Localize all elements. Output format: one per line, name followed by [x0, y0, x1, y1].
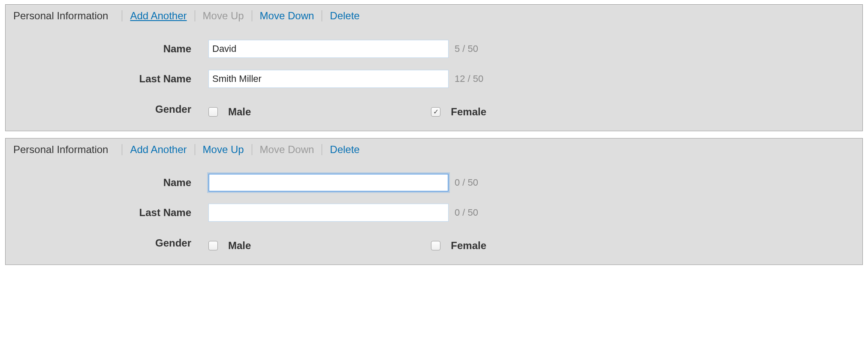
add-another-link[interactable]: Add Another [130, 10, 187, 22]
name-input[interactable] [208, 174, 449, 192]
panel-title: Personal Information [13, 144, 108, 156]
separator [322, 10, 322, 21]
panel-header: Personal Information Add Another Move Up… [13, 143, 855, 162]
personal-info-panel: Personal Information Add Another Move Up… [5, 138, 863, 265]
personal-info-panel: Personal Information Add Another Move Up… [5, 4, 863, 131]
female-label: Female [451, 106, 486, 118]
male-option: ✓ Male [208, 240, 251, 252]
name-label: Name [13, 43, 208, 55]
gender-options: ✓ Male ✓ Female [208, 106, 486, 118]
panel-title: Personal Information [13, 10, 108, 22]
female-checkbox[interactable]: ✓ [431, 107, 440, 117]
last-name-counter: 12 / 50 [455, 73, 483, 84]
separator [195, 10, 195, 21]
last-name-input[interactable] [208, 204, 449, 222]
name-row: Name 5 / 50 [13, 40, 855, 58]
separator [122, 144, 122, 155]
last-name-row: Last Name 0 / 50 [13, 204, 855, 222]
move-down-link: Move Down [260, 144, 314, 156]
form-container: Personal Information Add Another Move Up… [0, 0, 868, 276]
separator [122, 10, 122, 21]
male-label: Male [228, 106, 251, 118]
name-label: Name [13, 177, 208, 189]
male-label: Male [228, 240, 251, 252]
name-counter: 5 / 50 [455, 43, 478, 54]
panel-header: Personal Information Add Another Move Up… [13, 9, 855, 28]
name-row: Name 0 / 50 [13, 174, 855, 192]
last-name-input[interactable] [208, 70, 449, 88]
gender-row: Gender ✓ Male ✓ Female [13, 103, 855, 118]
last-name-label: Last Name [13, 73, 208, 85]
gender-row: Gender ✓ Male ✓ Female [13, 237, 855, 252]
separator [252, 10, 252, 21]
female-label: Female [451, 240, 486, 252]
gender-options: ✓ Male ✓ Female [208, 240, 486, 252]
female-checkbox[interactable]: ✓ [431, 241, 440, 250]
female-option: ✓ Female [431, 106, 486, 118]
male-option: ✓ Male [208, 106, 251, 118]
gender-label: Gender [13, 237, 208, 249]
separator [195, 144, 195, 155]
add-another-link[interactable]: Add Another [130, 144, 187, 156]
male-checkbox[interactable]: ✓ [208, 107, 218, 117]
last-name-label: Last Name [13, 207, 208, 219]
male-checkbox[interactable]: ✓ [208, 241, 218, 250]
move-up-link: Move Up [203, 10, 244, 22]
move-up-link[interactable]: Move Up [203, 144, 244, 156]
last-name-row: Last Name 12 / 50 [13, 70, 855, 88]
separator [252, 144, 252, 155]
name-input[interactable] [208, 40, 449, 58]
check-icon: ✓ [433, 108, 439, 115]
move-down-link[interactable]: Move Down [260, 10, 314, 22]
delete-link[interactable]: Delete [330, 10, 359, 22]
last-name-counter: 0 / 50 [455, 207, 478, 218]
delete-link[interactable]: Delete [330, 144, 359, 156]
name-counter: 0 / 50 [455, 177, 478, 188]
gender-label: Gender [13, 103, 208, 115]
separator [322, 144, 322, 155]
female-option: ✓ Female [431, 240, 486, 252]
